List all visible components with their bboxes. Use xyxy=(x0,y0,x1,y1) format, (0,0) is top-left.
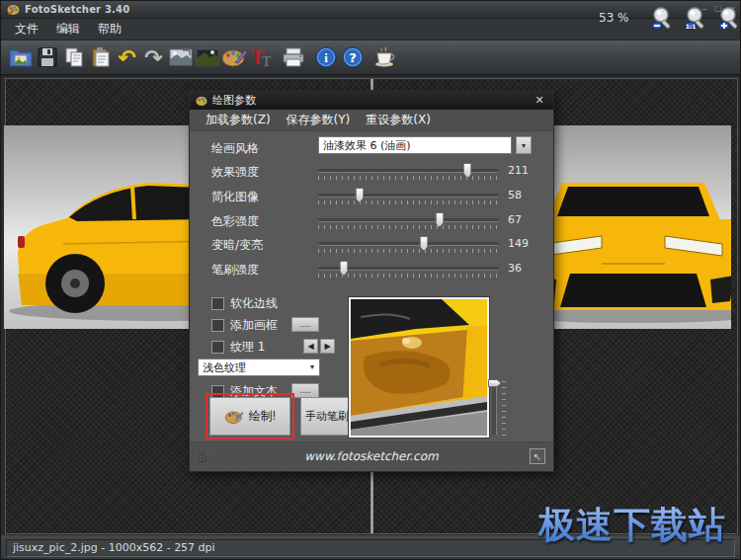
style-select[interactable]: 油漆效果 6 (油画) xyxy=(318,136,512,154)
style-label: 绘画风格 xyxy=(211,140,259,157)
zoom-out-icon[interactable] xyxy=(648,5,676,33)
expand-dialog-icon[interactable]: ↖ xyxy=(530,448,545,464)
print-icon[interactable] xyxy=(280,43,306,71)
svg-text:1:1: 1:1 xyxy=(686,23,697,30)
preview-zoom-ticks xyxy=(502,381,506,437)
soften-edges-label: 软化边线 xyxy=(230,295,278,312)
dialog-menubar: 加载参数(Z) 保存参数(Y) 重设参数(X) xyxy=(190,110,553,131)
slider-ticks xyxy=(318,274,499,278)
save-image-icon[interactable] xyxy=(34,43,60,71)
texture-select-arrow-icon[interactable]: ▾ xyxy=(304,359,320,375)
draw-button-label: 绘制! xyxy=(249,408,276,425)
menu-edit[interactable]: 编辑 xyxy=(48,19,88,40)
color-intensity-slider[interactable] xyxy=(318,218,499,222)
slider-ticks xyxy=(318,176,499,180)
slider-value: 36 xyxy=(508,262,547,275)
slider-row-brush-strength: 笔刷强度 36 xyxy=(190,258,555,281)
app-icon xyxy=(7,3,20,16)
svg-text:?: ? xyxy=(349,50,357,65)
copy-image-icon[interactable] xyxy=(60,43,87,71)
slider-label: 笔刷强度 xyxy=(211,262,259,279)
slider-value: 149 xyxy=(508,237,547,250)
darken-brighten-slider[interactable] xyxy=(318,242,499,246)
preview-zoom-slider[interactable] xyxy=(492,379,497,435)
texture-prev-icon[interactable]: ◀ xyxy=(303,339,318,354)
preview-zoom-thumb[interactable] xyxy=(488,379,501,387)
zoom-level: 53 % xyxy=(599,11,629,25)
add-frame-checkbox[interactable] xyxy=(211,319,224,332)
menu-help[interactable]: 帮助 xyxy=(90,19,129,40)
slider-row-darken-brighten: 变暗/变亮 149 xyxy=(190,233,555,257)
palette-icon xyxy=(224,409,244,425)
draw-button[interactable]: 绘制! xyxy=(209,397,290,436)
slider-label: 色彩强度 xyxy=(211,213,259,230)
paint-palette-icon[interactable] xyxy=(220,43,247,71)
slider-value: 67 xyxy=(508,213,547,226)
effect-strength-slider[interactable] xyxy=(318,169,499,173)
manual-brush-button[interactable]: 手动笔刷 xyxy=(300,397,354,436)
dialog-icon xyxy=(196,95,207,107)
slider-ticks xyxy=(318,249,499,253)
add-frame-row: 添加画框 xyxy=(211,317,278,334)
manual-brush-label: 手动笔刷 xyxy=(305,409,349,424)
slider-row-simplify-image: 简化图像 58 xyxy=(190,185,555,208)
undo-icon[interactable]: ↶ xyxy=(114,43,140,71)
website-link[interactable]: www.fotosketcher.com xyxy=(190,449,553,463)
frame-options-button[interactable]: .... xyxy=(291,317,319,332)
texture-checkbox[interactable] xyxy=(211,341,224,354)
fotosketcher-window: FotoSketcher 3.40 ─ ☐ ✕ 文件 编辑 帮助 ↶ ↷ xyxy=(0,0,741,560)
add-frame-label: 添加画框 xyxy=(230,317,278,334)
soften-edges-checkbox[interactable] xyxy=(211,297,224,310)
slider-row-effect-strength: 效果强度 211 xyxy=(190,160,555,184)
help-icon[interactable]: ? xyxy=(339,43,366,71)
svg-text:T: T xyxy=(262,54,272,68)
slider-ticks xyxy=(318,225,499,229)
brush-strength-slider[interactable] xyxy=(318,267,499,271)
load-parameters-menu[interactable]: 加载参数(Z) xyxy=(200,110,277,130)
style-select-arrow-icon[interactable]: ▾ xyxy=(516,136,532,154)
drawing-parameters-dialog: 绘图参数 ✕ 加载参数(Z) 保存参数(Y) 重设参数(X) 绘画风格 油漆效果… xyxy=(189,90,554,472)
slider-label: 效果强度 xyxy=(211,164,259,181)
text-options-button[interactable]: .... xyxy=(291,383,319,398)
dialog-close-icon[interactable]: ✕ xyxy=(532,94,547,107)
dialog-titlebar[interactable]: 绘图参数 ✕ xyxy=(190,91,553,110)
texture-next-icon[interactable]: ▶ xyxy=(320,339,335,354)
donate-coffee-icon[interactable] xyxy=(371,43,398,71)
slider-label: 变暗/变亮 xyxy=(211,237,263,254)
zoom-in-icon[interactable] xyxy=(715,5,741,33)
slider-label: 简化图像 xyxy=(211,189,259,205)
window-titlebar: FotoSketcher 3.40 ─ ☐ ✕ xyxy=(1,1,741,19)
simplify-image-slider[interactable] xyxy=(318,194,499,198)
info-icon[interactable]: i xyxy=(312,43,339,71)
batch-images-icon[interactable] xyxy=(167,43,194,71)
site-watermark: 极速下载站 xyxy=(538,501,726,550)
toolbar: ↶ ↷ TT i ? xyxy=(1,40,741,76)
dialog-title: 绘图参数 xyxy=(212,93,256,108)
dialog-bottom-bar: ⚙⚙ www.fotosketcher.com ↖ xyxy=(190,441,553,471)
texture-row: 纹理 1 xyxy=(211,339,265,356)
slider-row-color-intensity: 色彩强度 67 xyxy=(190,209,555,233)
open-image-icon[interactable] xyxy=(7,43,34,71)
slider-ticks xyxy=(318,200,499,204)
reset-parameters-menu[interactable]: 重设参数(X) xyxy=(360,110,437,130)
menu-bar: 文件 编辑 帮助 xyxy=(1,19,741,40)
compare-image-icon[interactable] xyxy=(194,43,220,71)
zoom-actual-size-icon[interactable]: 1:1 xyxy=(682,5,709,33)
window-title: FotoSketcher 3.40 xyxy=(25,4,129,15)
save-parameters-menu[interactable]: 保存参数(Y) xyxy=(281,110,357,130)
add-text-icon[interactable]: TT xyxy=(247,43,274,71)
redo-icon[interactable]: ↷ xyxy=(140,43,167,71)
effect-preview[interactable] xyxy=(349,297,489,438)
paste-image-icon[interactable] xyxy=(87,43,114,71)
soften-edges-row: 软化边线 xyxy=(211,295,278,312)
texture-label: 纹理 1 xyxy=(230,339,265,356)
menu-file[interactable]: 文件 xyxy=(7,19,46,40)
svg-text:i: i xyxy=(324,50,328,65)
texture-select[interactable]: 浅色纹理 xyxy=(198,359,320,376)
slider-value: 58 xyxy=(508,189,547,201)
slider-value: 211 xyxy=(508,164,547,177)
